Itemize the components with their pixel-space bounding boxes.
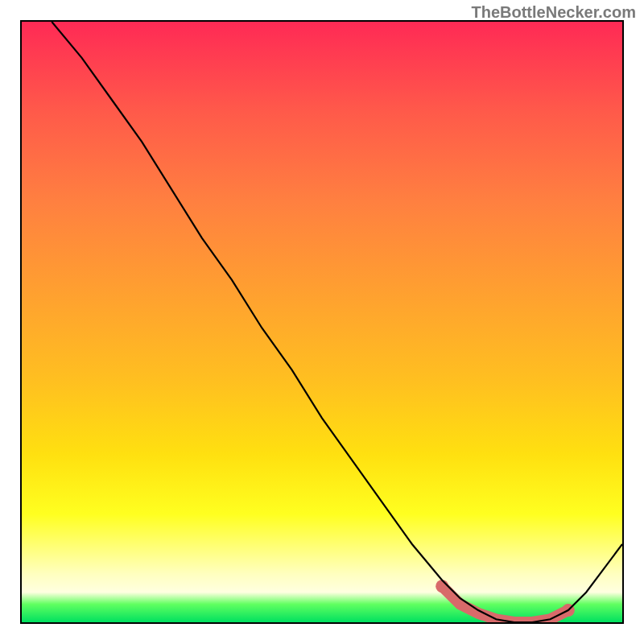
chart-svg — [22, 22, 622, 622]
chart-plot-area — [20, 20, 624, 624]
attribution-text: TheBottleNecker.com — [471, 3, 636, 22]
highlight-dot — [436, 580, 448, 592]
bottleneck-curve-path — [52, 22, 622, 622]
highlight-band-path — [442, 586, 568, 622]
